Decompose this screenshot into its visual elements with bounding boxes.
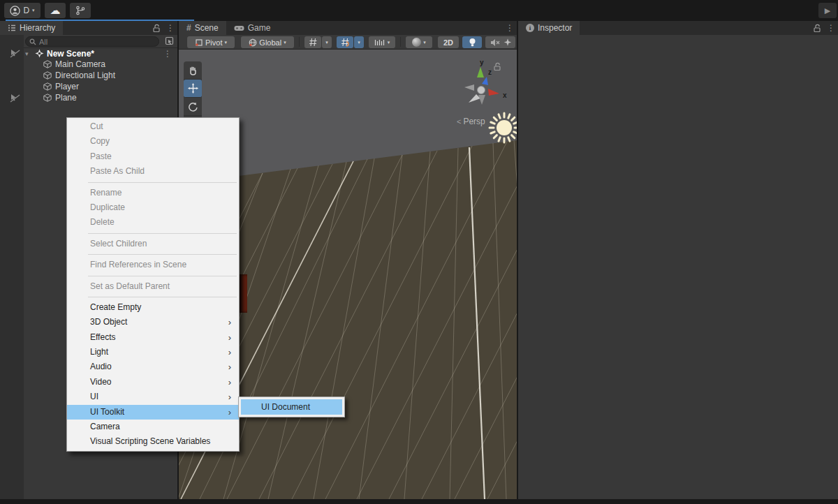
more-options-icon[interactable]: ⋮ [506,23,514,33]
hierarchy-search-field[interactable] [25,36,159,47]
menu-item-duplicate[interactable]: Duplicate [67,200,239,215]
scene-lighting-button[interactable] [462,36,482,48]
gameobject-cube-icon [43,71,52,80]
menu-item-paste-as-child[interactable]: Paste As Child [67,164,239,179]
tab-label: Hierarchy [20,23,55,33]
picking-disabled-icon[interactable] [10,49,20,58]
play-button[interactable]: ▶ [818,3,837,18]
hierarchy-gutter [0,35,24,499]
audio-muted-icon [490,38,500,47]
axis-z-label: z [488,68,492,76]
inspector-panel: i Inspector ⋮ [518,21,838,499]
scene-name: New Scene* [47,49,94,59]
move-tool-selected[interactable] [184,80,202,98]
persp-text: Persp [463,117,485,126]
hierarchy-item-main-camera[interactable]: Main Camera [24,59,177,70]
submenu-arrow-icon: › [228,315,231,329]
directional-light-gizmo-icon[interactable] [488,112,517,144]
menu-item-camera[interactable]: Camera [67,420,239,434]
menu-item-ui-toolkit[interactable]: UI Toolkit› [67,405,239,420]
version-control-button[interactable] [70,3,91,18]
menu-item-cut[interactable]: Cut [67,119,239,134]
scene-picker-icon[interactable] [165,36,174,45]
menu-item-ui-document[interactable]: UI Document [241,399,342,415]
view-hand-tool[interactable] [184,61,202,80]
tab-game[interactable]: Game [226,21,279,35]
lock-open-icon[interactable] [152,24,161,33]
grid-snapping-dropdown[interactable]: ▾ [354,36,364,48]
menu-item-3d-object[interactable]: 3D Object› [67,315,239,329]
tab-inspector[interactable]: i Inspector [518,21,580,35]
axis-x-cone[interactable] [488,89,499,96]
hand-icon [188,66,198,75]
chevron-down-icon: ▾ [388,40,390,45]
2d-toggle-button[interactable]: 2D [438,36,459,48]
scene-orientation-gizmo[interactable]: y z x [455,58,510,114]
search-icon [29,38,36,45]
scene-asset-icon [35,49,44,58]
player-object-partial [240,274,247,313]
menu-item-ui[interactable]: UI› [67,390,239,404]
cloud-icon: ☁ [50,4,61,17]
lock-open-icon[interactable] [813,24,821,33]
picking-disabled-icon[interactable] [10,94,20,103]
menu-item-visual-scripting-scene-variables[interactable]: Visual Scripting Scene Variables [67,434,239,449]
tab-label: Inspector [538,23,572,33]
axis-x-label: x [503,91,507,99]
scene-header-row[interactable]: ▾ New Scene* ⋮ [0,47,177,59]
more-options-icon[interactable]: ⋮ [163,49,172,59]
move-icon [188,83,198,94]
submenu-arrow-icon: › [228,390,231,404]
global-mode-button[interactable]: Global ▾ [241,36,294,48]
shading-mode-button[interactable]: ▾ [406,36,432,48]
grid-visibility-button[interactable] [304,36,321,48]
foldout-arrow-icon[interactable]: ▾ [25,50,29,57]
snap-increment-button[interactable]: ▾ [369,36,395,48]
scene-effects-button[interactable] [500,36,515,48]
menu-item-select-children[interactable]: Select Children [67,237,239,251]
menu-item-copy[interactable]: Copy [67,134,239,149]
scene-toolbar: Pivot ▾ Global ▾ ▾ [179,35,517,50]
menu-separator [88,182,237,183]
persp-arrow-icon: < [457,117,461,126]
grid-visibility-dropdown[interactable]: ▾ [322,36,332,48]
hierarchy-item-player[interactable]: Player [24,81,177,92]
pivot-mode-button[interactable]: Pivot ▾ [187,36,235,48]
submenu-arrow-icon: › [228,360,231,374]
tab-label: Game [248,23,271,33]
gameobject-cube-icon [43,82,52,91]
2d-label: 2D [443,38,453,47]
submenu-arrow-icon: › [228,375,231,390]
menu-item-paste[interactable]: Paste [67,149,239,164]
menu-separator [88,297,237,297]
menu-item-find-references-in-scene[interactable]: Find References in Scene [67,258,239,272]
chevron-down-icon: ▾ [325,40,328,45]
menu-item-delete[interactable]: Delete [67,215,239,230]
gizmo-lock-open-icon[interactable] [493,62,501,71]
more-options-icon[interactable]: ⋮ [166,23,175,33]
perspective-toggle[interactable]: < Persp [457,117,485,126]
rotate-tool[interactable] [184,98,202,116]
tab-scene[interactable]: # Scene [179,21,226,35]
cloud-services-button[interactable]: ☁ [45,3,66,18]
submenu-arrow-icon: › [228,345,231,360]
tab-hierarchy[interactable]: Hierarchy [0,21,63,35]
search-input[interactable] [39,38,155,46]
axis-y-cone[interactable] [477,67,484,77]
globe-icon [249,38,257,47]
menu-item-audio[interactable]: Audio› [67,360,239,374]
more-options-icon[interactable]: ⋮ [827,23,835,33]
menu-item-set-as-default-parent[interactable]: Set as Default Parent [67,279,239,294]
ui-toolkit-submenu: UI Document [238,396,345,417]
axis-z-cone[interactable] [482,77,488,85]
hierarchy-item-plane[interactable]: Plane [24,92,177,103]
menu-item-video[interactable]: Video› [67,375,239,390]
menu-item-light[interactable]: Light› [67,345,239,360]
menu-item-rename[interactable]: Rename [67,186,239,200]
account-button[interactable]: D ▾ [4,3,41,18]
menu-separator [88,254,237,255]
menu-item-effects[interactable]: Effects› [67,330,239,345]
menu-item-create-empty[interactable]: Create Empty [67,300,239,315]
grid-snapping-button[interactable] [337,36,353,48]
hierarchy-item-directional-light[interactable]: Directional Light [24,70,177,81]
